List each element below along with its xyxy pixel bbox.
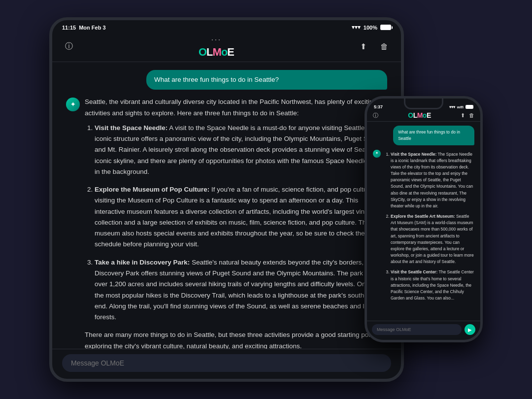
- phone-item-1-title: Visit the Space Needle:: [391, 152, 436, 157]
- phone-message-input[interactable]: [372, 324, 462, 335]
- ai-intro-text: Seattle, the vibrant and culturally dive…: [85, 97, 387, 119]
- phone-ai-item-2: Explore the Seattle Art Museum: Seattle …: [391, 213, 474, 265]
- phone-ai-response: ✦ Visit the Space Needle: The Space Need…: [373, 149, 474, 306]
- phone-chat-content: What are three fun things to do in Seatt…: [367, 122, 480, 321]
- phone-ai-item-3: Visit the Seattle Center: The Seattle Ce…: [391, 269, 474, 301]
- item-3-title: Take a hike in Discovery Park:: [95, 259, 190, 266]
- ai-response: ✦ Seattle, the vibrant and culturally di…: [66, 97, 387, 349]
- ai-avatar: ✦: [66, 98, 80, 111]
- item-2-title: Explore the Museum of Pop Culture:: [95, 186, 209, 193]
- phone-item-2-body: Seattle Art Museum (SAM) is a world-clas…: [391, 214, 474, 264]
- phone-trash-icon[interactable]: 🗑: [469, 112, 474, 118]
- phone-item-3-title: Visit the Seattle Center:: [391, 269, 437, 274]
- tablet-toolbar: ⓘ ··· OLMoE ⬆ 🗑: [52, 33, 401, 62]
- phone-device: 5:37 ▾▾▾ wifi ⓘ OLMoE ⬆ 🗑 Wha: [365, 96, 483, 342]
- item-2-body: If you're a fan of music, science fictio…: [95, 186, 375, 248]
- phone-share-icon[interactable]: ⬆: [461, 112, 465, 119]
- tablet-status-bar: 11:15 Mon Feb 3 ▾▾▾ 100%: [52, 20, 401, 33]
- phone-time: 5:37: [374, 104, 383, 109]
- tablet-date: Mon Feb 3: [79, 25, 105, 31]
- tablet-time: 11:15: [62, 25, 76, 31]
- phone-app-logo: OLMoE: [408, 111, 431, 119]
- phone-signal-icon: ▾▾▾: [449, 105, 455, 109]
- tablet-device: 11:15 Mon Feb 3 ▾▾▾ 100% ⓘ ··· OLMoE: [49, 17, 404, 382]
- phone-ai-list: Visit the Space Needle: The Space Needle…: [384, 151, 474, 302]
- phone-wifi-icon: wifi: [457, 105, 464, 109]
- item-1-title: Visit the Space Needle:: [95, 124, 167, 132]
- ai-list-item-2: Explore the Museum of Pop Culture: If yo…: [95, 184, 387, 250]
- user-message-bubble: What are three fun things to do in Seatt…: [146, 70, 387, 90]
- phone-battery-icon: [466, 105, 473, 109]
- phone-user-text: What are three fun things to do in Seatt…: [398, 130, 460, 141]
- phone-item-1-body: The Space Needle is a iconic landmark th…: [391, 152, 473, 208]
- ai-list-item-1: Visit the Space Needle: A visit to the S…: [95, 123, 387, 177]
- ai-list-item-3: Take a hike in Discovery Park: Seattle's…: [95, 257, 387, 323]
- phone-toolbar: ⓘ OLMoE ⬆ 🗑: [367, 110, 480, 122]
- tablet-input-bar: [52, 349, 401, 379]
- phone-user-message: What are three fun things to do in Seatt…: [393, 126, 474, 145]
- tablet-message-input[interactable]: [62, 354, 391, 372]
- phone-ai-avatar: ✦: [373, 150, 381, 158]
- wifi-icon: ▾▾▾: [352, 24, 361, 31]
- tablet-chat-content: What are three fun things to do in Seatt…: [52, 62, 401, 349]
- phone-item-2-title: Explore the Seattle Art Museum:: [391, 214, 455, 219]
- info-icon[interactable]: ⓘ: [62, 40, 76, 54]
- ai-outro-text: There are many more things to do in Seat…: [85, 330, 387, 349]
- battery-icon: [380, 25, 391, 30]
- phone-input-bar: ▶: [367, 321, 480, 340]
- phone-ai-item-1: Visit the Space Needle: The Space Needle…: [391, 151, 474, 210]
- item-3-body: Seattle's natural beauty extends beyond …: [95, 259, 383, 321]
- phone-notch: [404, 99, 443, 109]
- menu-dots[interactable]: ···: [211, 34, 221, 45]
- app-logo: OLMoE: [199, 46, 234, 59]
- phone-send-button[interactable]: ▶: [465, 324, 475, 335]
- phone-ai-text: Visit the Space Needle: The Space Needle…: [384, 149, 474, 306]
- trash-icon[interactable]: 🗑: [377, 40, 391, 54]
- ai-items-list: Visit the Space Needle: A visit to the S…: [85, 123, 387, 323]
- ai-response-text: Seattle, the vibrant and culturally dive…: [85, 97, 387, 349]
- item-1-body: A visit to the Space Needle is a must-do…: [95, 124, 385, 175]
- share-icon[interactable]: ⬆: [357, 40, 370, 54]
- battery-percent: 100%: [364, 25, 377, 31]
- phone-info-icon[interactable]: ⓘ: [373, 112, 378, 119]
- user-message-text: What are three fun things to do in Seatt…: [154, 76, 279, 83]
